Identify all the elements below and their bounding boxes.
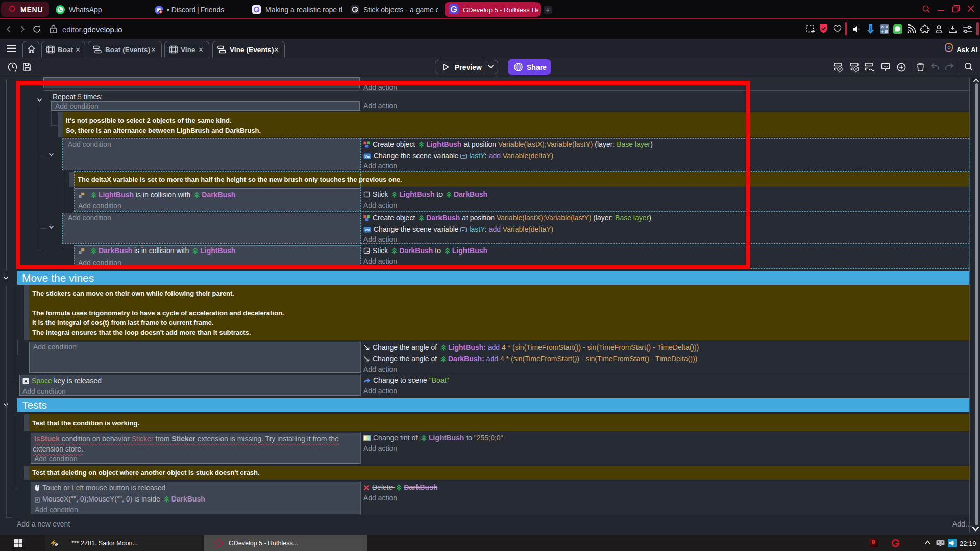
- svg-text:Var: Var: [364, 228, 370, 232]
- svg-text:A: A: [24, 379, 28, 384]
- svg-text:Var: Var: [364, 155, 370, 158]
